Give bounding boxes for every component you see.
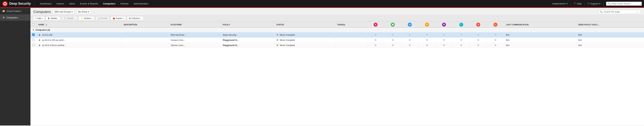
sidebar-item-smart-folders[interactable]: 📁 Smart Folders [0,8,30,14]
row-checkbox-cell[interactable] [30,32,36,38]
row-checkbox-cell[interactable] [30,43,36,48]
firewall-col-header[interactable]: ◎ [401,22,418,27]
group-header-row[interactable]: ▼Computers (3) [30,27,644,32]
app-control-header-icon: ⊟ [476,23,480,27]
row-checkbox[interactable] [32,39,34,41]
log-inspection-col-header[interactable]: 🔍 [453,22,470,27]
row-status-cell: Move Complete [274,38,336,43]
actions-button[interactable]: ⚡ Actions ▾ [78,16,94,20]
with-sub-groups-filter[interactable]: With sub-Groups ▾ [53,10,74,14]
row-integrity-cell [436,38,453,43]
nav-alerts[interactable]: Alerts [66,0,78,8]
row-platform: Amazon Linu... [171,39,185,41]
row-description-cell [122,32,169,38]
intrusion-status-dot [426,39,428,41]
export-label: Export [116,17,122,20]
row-web-rep-cell [384,32,402,38]
last-comm-col-header[interactable]: LAST COMMUNICATION [504,22,576,27]
row-platform-cell: Amazon Linu... [169,38,221,43]
integrity-status-dot [443,34,445,36]
search-page-container[interactable]: 🔍 ▾ [598,10,641,14]
row-log-inspection-cell [453,38,470,43]
row-send-policy-cell: N/A [576,43,644,48]
anti-malware-status-dot [375,39,376,41]
row-checkbox[interactable] [32,44,34,46]
user-dropdown-icon: ▾ [566,2,568,5]
platform-col-header[interactable]: PLATFORM [169,22,221,27]
status-col-header[interactable]: STATUS [274,22,336,27]
smart-folders-icon: 📁 [2,10,5,12]
nav-events-reports[interactable]: Events & Reports [78,0,101,8]
integrity-col-header[interactable]: ✿ [436,22,453,27]
nav-policies[interactable]: Policies [118,0,131,8]
sap-col-header[interactable]: ⚠ [487,22,504,27]
table-row[interactable]: 🖥 10.0.0.100 Red Hat Enter... Deep Secur… [30,32,644,38]
table-row[interactable]: 🖥 ip-10-0-4-30.eu-central... Ubuntu Linu… [30,43,644,48]
nav-dashboard[interactable]: Dashboard [38,0,54,8]
send-policy-col-header[interactable]: SEND POLICY SUCC... [576,22,644,27]
add-button[interactable]: + Add ▾ [33,16,44,20]
row-platform-cell: Ubuntu Linux ... [169,43,221,48]
sap-status-dot [494,39,496,41]
row-send-policy: N/A [578,44,582,47]
policy-col-header[interactable]: POLICY [221,22,274,27]
log-status-dot [460,44,462,46]
search-icon: 🔍 [608,2,610,5]
separator-2: | [584,2,585,5]
export-button[interactable]: 📤 Export ▾ [110,16,126,20]
user-menu[interactable]: masteradmin ▾ [552,2,568,5]
name-sort-icon: ▲ [45,24,47,26]
support-label: Support [590,2,598,5]
row-anti-malware-cell [367,43,384,48]
group-toggle-icon[interactable]: ▼ [32,29,34,31]
nav-actions[interactable]: Actions [54,0,67,8]
username-label: masteradmin [552,2,566,5]
web-reputation-col-header[interactable]: ▦ [384,22,402,27]
trend-micro-logo-icon [2,1,8,7]
row-checkbox-cell[interactable] [30,38,36,43]
actions-icon: ⚡ [80,17,83,20]
row-sap-cell [487,32,504,38]
name-col-label: NAME [38,24,44,26]
log-inspection-header-icon: 🔍 [459,23,463,27]
events-label: Events [101,17,108,20]
row-intrusion-cell [418,38,436,43]
actions-dropdown-icon: ▾ [92,17,92,19]
sap-status-dot [494,34,496,36]
details-button[interactable]: 📋 Details... [62,16,78,20]
help-search-container[interactable]: 🔍 [606,1,642,6]
sidebar-item-computers[interactable]: 🖥 Computers [0,14,30,21]
row-platform-cell: Red Hat Enter... [169,32,221,38]
anti-malware-col-header[interactable]: ☣ [367,22,384,27]
events-button[interactable]: 📊 Events [96,16,110,20]
row-log-inspection-cell [453,32,470,38]
firewall-status-dot [409,34,411,36]
app-control-col-header[interactable]: ⊟ [470,22,487,27]
support-button[interactable]: 🛡 Support ▾ [587,2,600,5]
row-last-comm: N/A [506,34,510,36]
row-description-cell [122,43,169,48]
columns-button[interactable]: ⊞ Columns... [127,16,144,20]
help-search-input[interactable] [612,2,640,5]
table-row[interactable]: 🖥 ip-10-0-4-125.eu-centr... Amazon Linu.… [30,38,644,43]
row-policy-cell: Deep Security... [221,32,274,38]
web-rep-status-dot [392,34,394,36]
select-all-checkbox[interactable] [32,23,34,25]
name-col-header[interactable]: NAME ▲ [36,22,122,27]
delete-button[interactable]: 🗑 Delete... [46,16,60,20]
main-content: Computers With sub-Groups ▾ By Group ▾ 🔍… [30,8,644,126]
row-web-rep-cell [384,43,402,48]
search-page-input[interactable] [604,10,636,13]
help-button[interactable]: ❓ Help [573,2,582,5]
nav-computers[interactable]: Computers [101,0,118,8]
row-name: ip-10-0-4-125.eu-centr... [42,39,65,41]
row-checkbox[interactable] [32,34,34,36]
description-col-header[interactable]: DESCRIPTION [122,22,169,27]
nav-right-section: masteradmin ▾ | ❓ Help | 🛡 Support ▾ | 🔍 [552,1,642,6]
tasks-col-header[interactable]: TASK(S) [336,22,367,27]
intrusion-col-header[interactable]: ✉ [418,22,436,27]
nav-administration[interactable]: Administration [131,0,151,8]
by-group-filter[interactable]: By Group ▾ [76,10,91,14]
row-app-control-cell [470,32,487,38]
sap-header-icon: ⚠ [494,23,498,27]
